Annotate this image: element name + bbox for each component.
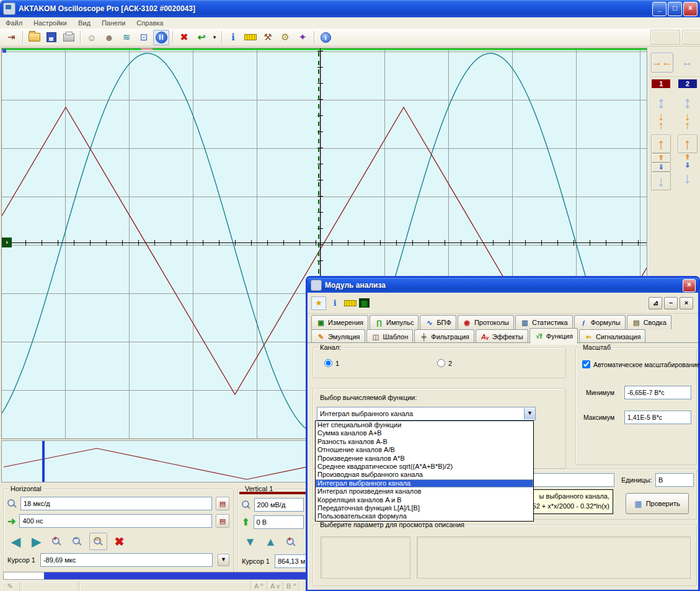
units-field[interactable]: В (655, 473, 694, 487)
device-panel-icon[interactable]: ℹ (225, 30, 241, 45)
dialog-report-button[interactable]: ⊿ (649, 297, 662, 309)
scroll-left-icon[interactable]: ◀ (7, 533, 24, 549)
menu-settings[interactable]: Настройки (28, 18, 73, 28)
function-option[interactable]: Разность каналов A-B (316, 438, 533, 446)
zoom-window-icon[interactable]: ▭ (89, 533, 107, 550)
parameter-listbox[interactable] (321, 536, 410, 579)
about-icon[interactable]: i (317, 30, 334, 45)
function-option[interactable]: Сумма каналов A+B (316, 429, 533, 437)
autoscale-checkbox[interactable]: Автоматическое масштабирование (582, 360, 700, 368)
tab-pulse[interactable]: ∏Импульс (370, 315, 419, 329)
menu-file[interactable]: Файл (0, 18, 28, 28)
device-query-icon[interactable]: ☺ (84, 30, 100, 45)
function-dropdown-list[interactable]: Нет специальной функции Сумма каналов A+… (315, 420, 534, 522)
ch1-step-up-button[interactable]: ⇑ (651, 153, 671, 162)
h-cursor-dropdown-button[interactable]: ▼ (218, 554, 229, 566)
trigger-level-marker[interactable]: › (2, 238, 12, 247)
ch1-expand-vertical-icon[interactable]: ↕ (657, 93, 665, 112)
restart-dropdown-icon[interactable]: ▾ (211, 30, 218, 45)
function-option[interactable]: Отношение каналов A/B (316, 446, 533, 454)
trigger-position-marker[interactable] (2, 49, 6, 53)
close-button[interactable]: × (683, 2, 698, 16)
maximize-button[interactable]: □ (668, 2, 682, 16)
ch2-step-down-icon[interactable]: ⇓ (684, 161, 690, 169)
dialog-close-button[interactable]: × (683, 279, 696, 292)
h-cursor-value-field[interactable]: -89,69 мкс (40, 553, 213, 567)
clear-zoom-icon[interactable]: ✖ (111, 533, 128, 549)
menu-panels[interactable]: Панели (96, 18, 131, 28)
menu-view[interactable]: Вид (73, 18, 96, 28)
exit-icon[interactable]: ⇥ (3, 30, 19, 45)
signals-icon[interactable]: ≋ (118, 30, 135, 45)
function-option[interactable]: Нет специальной функции (316, 421, 533, 429)
stop-acquisition-icon[interactable]: ✖ (176, 30, 192, 45)
open-file-icon[interactable] (26, 30, 42, 45)
ch2-expand-vertical-icon[interactable]: ↕ (683, 93, 691, 112)
display-refresh-icon[interactable]: ⊡ (136, 30, 152, 45)
function-option[interactable]: Произведение каналов A*B (316, 455, 533, 463)
grid-display-icon[interactable]: ▦ (359, 298, 370, 308)
tab-function[interactable]: √fФункция (529, 328, 578, 344)
compress-horizontal-button[interactable]: →← (651, 53, 673, 73)
dialog-x-button[interactable]: × (680, 297, 693, 309)
dialog-minimize-button[interactable]: – (664, 297, 678, 309)
channel1-radio[interactable]: 1 (324, 359, 339, 367)
tab-filtering[interactable]: ╪Фильтрация (414, 329, 474, 344)
shift-up-icon[interactable]: ▲ (262, 534, 279, 550)
max-value-field[interactable]: 1,41E-5 В*с (624, 411, 691, 424)
tab-emulation[interactable]: ✎Эмуляция (311, 329, 365, 344)
tab-effects[interactable]: AᵥЭффекты (476, 329, 528, 344)
shift-down-icon[interactable]: ▼ (242, 534, 259, 550)
tab-measurements[interactable]: ▣Измерения (311, 315, 368, 329)
time-scale-field[interactable]: 18 мкс/д (20, 497, 212, 510)
volt-scale-field[interactable]: 200 мВ/д (254, 498, 304, 512)
minimize-button[interactable]: _ (652, 2, 667, 16)
pause-icon[interactable] (153, 30, 169, 45)
title-bar[interactable]: AKTAKOM Oscilloscope Pro [АСК-3102 #0020… (0, 0, 700, 17)
menu-help[interactable]: Справка (131, 18, 169, 28)
zoom-out-horizontal-icon[interactable]: − (69, 533, 86, 549)
function-option[interactable]: Передаточная функция L[A]/L[B] (316, 504, 533, 512)
channel2-radio[interactable]: 2 (437, 359, 452, 367)
instruments-icon[interactable]: ⚒ (260, 30, 276, 45)
tab-formulas[interactable]: ƒФормулы (574, 315, 626, 329)
device-info-icon[interactable]: ℹ (328, 297, 342, 309)
function-option[interactable]: Интеграл произведения каналов (316, 487, 533, 495)
function-combobox[interactable]: Интеграл выбранного канала ▼ (317, 407, 536, 420)
time-shift-device-button[interactable]: ▤ (216, 514, 229, 528)
tab-statistics[interactable]: ▥Статистика (515, 315, 573, 329)
function-option-selected[interactable]: Интеграл выбранного канала (316, 479, 533, 487)
time-scale-device-button[interactable]: ▤ (216, 497, 229, 510)
tab-summary[interactable]: ▤Сводка (627, 315, 671, 329)
ch1-compress-vertical-icon[interactable]: ↓↑ (658, 112, 664, 130)
tab-fft[interactable]: ∿БПФ (420, 315, 456, 329)
restart-acquisition-icon[interactable]: ↩ (193, 30, 210, 45)
scroll-right-icon[interactable]: ▶ (28, 533, 45, 549)
function-option[interactable]: Корреляция каналов A и B (316, 496, 533, 504)
ch1-shift-down-button[interactable]: ↓ (651, 172, 671, 190)
min-value-field[interactable]: -6,65E-7 В*с (624, 386, 691, 399)
ch2-step-up-icon[interactable]: ⇑ (684, 153, 690, 161)
time-shift-field[interactable]: 400 нс (19, 514, 212, 528)
combobox-dropdown-icon[interactable]: ▼ (524, 408, 535, 419)
ch2-compress-vertical-icon[interactable]: ↓↑ (684, 112, 690, 130)
tab-alarm[interactable]: ➳Сигнализация (579, 329, 645, 344)
function-option[interactable]: Пользовательская формула (316, 512, 533, 520)
ch2-shift-down-icon[interactable]: ↓ (684, 169, 691, 187)
print-icon[interactable] (61, 30, 77, 45)
ruler-icon[interactable] (343, 297, 357, 309)
settings-search-icon[interactable]: ⚙ (277, 30, 293, 45)
check-formula-button[interactable]: ▦ Проверить (626, 493, 689, 514)
zoom-in-horizontal-icon[interactable]: + (48, 533, 65, 549)
ch2-shift-up-button[interactable]: ↑ (678, 135, 698, 153)
measurements-ruler-icon[interactable] (242, 30, 259, 45)
ch1-step-down-button[interactable]: ⇓ (651, 162, 671, 172)
ch1-shift-up-button[interactable]: ↑ (651, 135, 671, 153)
function-option[interactable]: Среднее квадратическое sqrt((A*A+B*B)/2) (316, 463, 533, 471)
device-setup-icon[interactable]: ☻ (101, 30, 117, 45)
tab-template[interactable]: ◫Шаблон (366, 329, 414, 344)
favorites-icon[interactable]: ★ (311, 296, 326, 310)
tab-protocols[interactable]: ◉Протоколы (458, 315, 514, 329)
save-icon[interactable] (43, 30, 60, 45)
dialog-title-bar[interactable]: Модуль анализа × (308, 278, 698, 293)
